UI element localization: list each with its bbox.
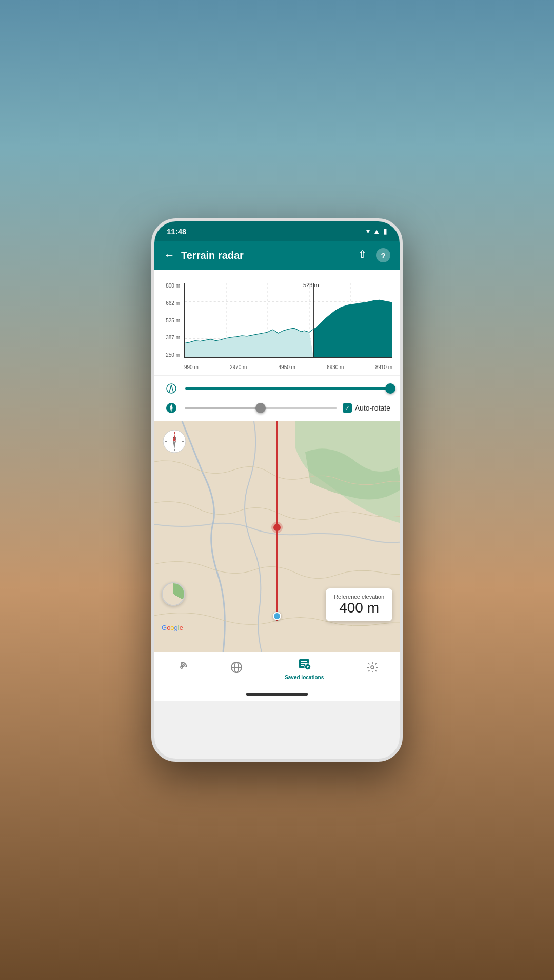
y-label-4: 387 m <box>166 335 180 340</box>
battery-icon: ▮ <box>383 227 387 235</box>
svg-line-12 <box>171 385 173 392</box>
bearing-icon <box>164 381 179 396</box>
settings-nav-icon <box>366 661 379 677</box>
chart-section: 800 m 662 m 525 m 387 m 250 m <box>154 270 400 376</box>
sliders-section: ✓ Auto-rotate <box>154 376 400 421</box>
radar-nav-icon <box>175 661 188 677</box>
bearing-slider-row <box>164 381 390 396</box>
elevation-box: Reference elevation 400 m <box>326 588 392 621</box>
page-title: Terrain radar <box>181 250 352 261</box>
svg-marker-8 <box>313 300 392 357</box>
y-label-3: 525 m <box>166 318 180 323</box>
wifi-icon: ▾ <box>366 227 370 235</box>
chart-y-labels: 800 m 662 m 525 m 387 m 250 m <box>162 283 183 358</box>
globe-nav-icon <box>230 661 243 677</box>
status-time: 11:48 <box>167 227 186 236</box>
orientation-slider[interactable] <box>185 407 337 409</box>
compass: N <box>163 430 186 453</box>
x-label-5: 8910 m <box>375 364 392 370</box>
y-label-2: 662 m <box>166 300 180 306</box>
saved-nav-label: Saved locations <box>285 675 324 680</box>
share-icon[interactable]: ⇧ <box>358 248 367 262</box>
nav-item-settings[interactable] <box>358 658 387 680</box>
x-label-4: 6930 m <box>327 364 344 370</box>
signal-icon: ▲ <box>373 227 380 235</box>
x-label-3: 4950 m <box>279 364 295 370</box>
chart-plot[interactable]: 523 m <box>184 283 392 358</box>
phone-shell: 11:48 ▾ ▲ ▮ ← Terrain radar ⇧ ? 800 m 66… <box>151 218 403 762</box>
svg-line-11 <box>169 385 171 392</box>
chart-x-labels: 990 m 2970 m 4950 m 6930 m 8910 m <box>184 364 392 370</box>
elevation-value: 400 m <box>334 600 384 616</box>
map-area[interactable]: N Google Reference elevation 400 m <box>154 421 400 652</box>
help-button[interactable]: ? <box>376 248 390 262</box>
top-bar: ← Terrain radar ⇧ ? <box>154 241 400 270</box>
marker-dot <box>273 524 281 531</box>
auto-rotate-container[interactable]: ✓ Auto-rotate <box>343 403 390 413</box>
back-button[interactable]: ← <box>164 249 175 262</box>
x-label-1: 990 m <box>184 364 199 370</box>
elevation-label: Reference elevation <box>334 594 384 600</box>
chart-tooltip: 523 m <box>303 283 319 288</box>
status-icons: ▾ ▲ ▮ <box>366 227 387 235</box>
destination-dot <box>273 612 281 620</box>
svg-marker-7 <box>185 328 313 357</box>
marker-line <box>276 421 278 621</box>
status-bar: 11:48 ▾ ▲ ▮ <box>154 221 400 241</box>
bearing-slider[interactable] <box>185 387 390 390</box>
x-label-2: 2970 m <box>230 364 247 370</box>
compass-icon <box>164 400 179 416</box>
y-label-1: 800 m <box>166 283 180 289</box>
svg-point-38 <box>371 666 374 669</box>
auto-rotate-checkbox[interactable]: ✓ <box>343 403 352 413</box>
bottom-nav: Saved locations <box>154 652 400 687</box>
y-label-5: 250 m <box>166 352 180 358</box>
svg-point-16 <box>170 407 172 409</box>
home-bar <box>246 693 308 696</box>
home-indicator <box>154 687 400 701</box>
nav-item-radar[interactable] <box>167 658 196 680</box>
saved-nav-icon <box>298 657 311 673</box>
chart-svg <box>185 283 392 357</box>
orientation-slider-row: ✓ Auto-rotate <box>164 400 390 416</box>
map-layer-button[interactable] <box>162 582 185 606</box>
google-logo: Google <box>162 624 183 631</box>
nav-item-saved[interactable]: Saved locations <box>276 654 332 683</box>
top-bar-actions: ⇧ ? <box>358 248 390 262</box>
nav-item-globe[interactable] <box>222 658 251 680</box>
auto-rotate-label: Auto-rotate <box>355 404 390 412</box>
chart-container[interactable]: 800 m 662 m 525 m 387 m 250 m <box>162 275 392 372</box>
